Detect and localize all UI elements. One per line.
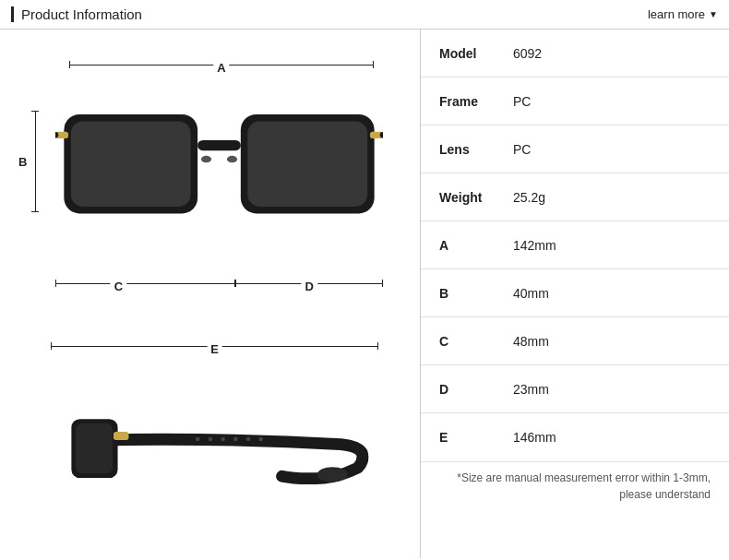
dim-a-right-tick <box>373 61 374 68</box>
dim-d-label: D <box>301 280 317 293</box>
dim-a-left-tick <box>69 61 70 68</box>
spec-label-d: D <box>439 382 513 397</box>
glasses-side-image <box>46 362 383 518</box>
spec-value-frame: PC <box>513 94 531 109</box>
spec-row-model: Model 6092 <box>421 30 729 77</box>
side-view-section: E <box>18 339 401 532</box>
svg-point-19 <box>246 437 251 442</box>
dim-b-label: B <box>17 155 29 169</box>
svg-rect-3 <box>247 122 367 207</box>
svg-rect-12 <box>76 423 113 474</box>
specs-table: Model 6092 Frame PC Lens PC Weight 25.2g… <box>421 30 729 461</box>
dimension-b-annotation: B <box>31 111 39 212</box>
svg-point-10 <box>227 156 237 162</box>
svg-point-9 <box>201 156 211 162</box>
svg-point-14 <box>317 467 348 482</box>
svg-point-17 <box>221 437 225 442</box>
dim-b-top-tick <box>31 111 39 112</box>
spec-row-weight: Weight 25.2g <box>421 173 729 221</box>
spec-label-model: Model <box>439 46 513 61</box>
spec-label-c: C <box>439 334 513 349</box>
spec-label-b: B <box>439 286 513 301</box>
spec-value-d: 23mm <box>513 382 549 397</box>
spec-row-d: D 23mm <box>421 365 729 413</box>
spec-footer-note: *Size are manual measurement error withi… <box>421 461 729 510</box>
spec-label-frame: Frame <box>439 94 513 109</box>
svg-point-16 <box>209 437 213 442</box>
product-images-panel: A B <box>0 30 420 558</box>
page-title: Product Information <box>11 6 142 22</box>
glasses-front-image <box>55 78 383 254</box>
spec-row-a: A 142mm <box>421 221 729 269</box>
main-content: A B <box>0 30 729 558</box>
dropdown-arrow-icon: ▼ <box>709 9 718 19</box>
spec-value-b: 40mm <box>513 286 549 301</box>
spec-value-lens: PC <box>513 142 531 157</box>
svg-rect-1 <box>71 122 191 207</box>
spec-value-a: 142mm <box>513 238 556 253</box>
spec-row-frame: Frame PC <box>421 77 729 125</box>
glasses-front-svg <box>55 78 383 254</box>
page-header: Product Information learn more ▼ <box>0 0 729 30</box>
svg-point-15 <box>196 437 200 442</box>
dim-c-left-tick <box>55 280 56 287</box>
dim-b-bottom-tick <box>31 211 39 212</box>
dim-e-label: E <box>207 342 222 356</box>
svg-rect-13 <box>114 432 128 440</box>
dim-d-right-tick <box>382 280 383 287</box>
dim-c-label: C <box>111 280 126 293</box>
spec-label-weight: Weight <box>439 190 513 205</box>
spec-label-a: A <box>439 238 513 253</box>
dim-e-left-tick <box>51 342 52 350</box>
learn-more-button[interactable]: learn more ▼ <box>648 7 718 21</box>
svg-rect-4 <box>197 140 241 150</box>
front-view-section: A B <box>18 55 401 304</box>
spec-label-e: E <box>439 430 513 445</box>
dim-e-right-tick <box>377 342 378 350</box>
spec-value-c: 48mm <box>513 334 549 349</box>
specs-panel: Model 6092 Frame PC Lens PC Weight 25.2g… <box>420 30 729 558</box>
spec-row-lens: Lens PC <box>421 125 729 173</box>
dim-d-left-tick <box>235 280 236 287</box>
spec-value-e: 146mm <box>513 430 556 445</box>
svg-point-20 <box>258 437 263 442</box>
spec-row-b: B 40mm <box>421 269 729 317</box>
spec-label-lens: Lens <box>439 142 513 157</box>
glasses-side-svg <box>46 362 383 518</box>
learn-more-label: learn more <box>648 7 705 21</box>
spec-row-c: C 48mm <box>421 317 729 365</box>
spec-value-model: 6092 <box>513 46 542 61</box>
svg-point-18 <box>233 437 238 442</box>
spec-value-weight: 25.2g <box>513 190 545 205</box>
dim-a-label: A <box>213 61 229 75</box>
dimension-cd-annotation: C D <box>55 276 383 291</box>
spec-row-e: E 146mm <box>421 413 729 461</box>
